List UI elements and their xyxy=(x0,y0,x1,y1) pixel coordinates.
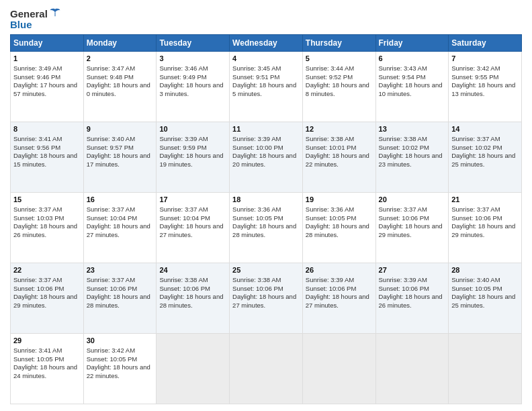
calendar-week-row: 29Sunrise: 3:41 AMSunset: 10:05 PMDaylig… xyxy=(11,334,522,404)
daylight-text: Daylight: 18 hours and 27 minutes. xyxy=(306,293,369,309)
day-number: 5 xyxy=(306,54,373,64)
day-number: 13 xyxy=(379,124,446,134)
sunrise-text: Sunrise: 3:46 AM xyxy=(159,64,208,72)
daylight-text: Daylight: 18 hours and 23 minutes. xyxy=(379,152,443,168)
calendar-cell: 28Sunrise: 3:40 AMSunset: 10:05 PMDaylig… xyxy=(449,263,522,334)
sunrise-text: Sunrise: 3:38 AM xyxy=(306,135,354,142)
sunset-text: Sunset: 10:02 PM xyxy=(379,144,430,151)
sunset-text: Sunset: 10:04 PM xyxy=(159,214,210,222)
calendar-cell: 8Sunrise: 3:41 AMSunset: 9:56 PMDaylight… xyxy=(11,122,84,193)
sunrise-text: Sunrise: 3:42 AM xyxy=(87,347,135,354)
day-header-saturday: Saturday xyxy=(449,35,522,52)
day-number: 21 xyxy=(451,195,519,205)
daylight-text: Daylight: 18 hours and 19 minutes. xyxy=(159,152,223,168)
day-number: 8 xyxy=(13,124,81,134)
sunrise-text: Sunrise: 3:37 AM xyxy=(13,205,62,213)
day-header-thursday: Thursday xyxy=(302,35,375,52)
day-number: 11 xyxy=(232,124,300,134)
sunset-text: Sunset: 10:03 PM xyxy=(13,214,64,222)
sunset-text: Sunset: 9:54 PM xyxy=(379,73,426,81)
daylight-text: Daylight: 18 hours and 22 minutes. xyxy=(306,152,369,168)
day-number: 24 xyxy=(159,265,226,275)
sunrise-text: Sunrise: 3:37 AM xyxy=(87,205,135,213)
calendar-cell: 5Sunrise: 3:44 AMSunset: 9:52 PMDaylight… xyxy=(302,52,375,122)
sunset-text: Sunset: 10:06 PM xyxy=(87,285,138,292)
sunset-text: Sunset: 10:05 PM xyxy=(87,355,138,363)
day-number: 12 xyxy=(306,124,373,134)
daylight-text: Daylight: 18 hours and 29 minutes. xyxy=(379,222,443,238)
calendar-cell: 15Sunrise: 3:37 AMSunset: 10:03 PMDaylig… xyxy=(11,193,84,263)
day-number: 26 xyxy=(306,265,373,275)
daylight-text: Daylight: 18 hours and 10 minutes. xyxy=(379,81,443,97)
day-header-monday: Monday xyxy=(83,35,157,52)
sunset-text: Sunset: 9:56 PM xyxy=(13,144,60,151)
day-number: 4 xyxy=(232,54,300,64)
calendar-cell: 11Sunrise: 3:39 AMSunset: 10:00 PMDaylig… xyxy=(230,122,303,193)
daylight-text: Daylight: 18 hours and 25 minutes. xyxy=(451,293,515,309)
logo-bird-icon xyxy=(49,7,61,19)
daylight-text: Daylight: 18 hours and 22 minutes. xyxy=(87,363,150,379)
sunrise-text: Sunrise: 3:38 AM xyxy=(232,276,281,283)
day-number: 27 xyxy=(379,265,446,275)
sunrise-text: Sunrise: 3:38 AM xyxy=(159,276,208,283)
day-number: 1 xyxy=(13,54,81,64)
day-header-friday: Friday xyxy=(375,35,449,52)
sunrise-text: Sunrise: 3:49 AM xyxy=(13,64,62,72)
day-header-wednesday: Wednesday xyxy=(230,35,303,52)
calendar-cell: 1Sunrise: 3:49 AMSunset: 9:46 PMDaylight… xyxy=(11,52,84,122)
sunrise-text: Sunrise: 3:37 AM xyxy=(13,276,62,283)
calendar-header-row: SundayMondayTuesdayWednesdayThursdayFrid… xyxy=(11,35,522,52)
calendar-cell: 10Sunrise: 3:39 AMSunset: 9:59 PMDayligh… xyxy=(157,122,230,193)
daylight-text: Daylight: 18 hours and 15 minutes. xyxy=(13,152,77,168)
day-number: 25 xyxy=(232,265,300,275)
calendar-cell: 26Sunrise: 3:39 AMSunset: 10:06 PMDaylig… xyxy=(302,263,375,334)
calendar-cell: 6Sunrise: 3:43 AMSunset: 9:54 PMDaylight… xyxy=(375,52,449,122)
day-header-tuesday: Tuesday xyxy=(157,35,230,52)
daylight-text: Daylight: 18 hours and 3 minutes. xyxy=(159,81,223,97)
sunrise-text: Sunrise: 3:36 AM xyxy=(232,205,281,213)
daylight-text: Daylight: 18 hours and 8 minutes. xyxy=(306,81,369,97)
sunrise-text: Sunrise: 3:47 AM xyxy=(87,64,135,72)
sunset-text: Sunset: 10:05 PM xyxy=(232,214,283,222)
sunset-text: Sunset: 10:05 PM xyxy=(13,355,64,363)
calendar-cell: 19Sunrise: 3:36 AMSunset: 10:05 PMDaylig… xyxy=(302,193,375,263)
sunrise-text: Sunrise: 3:40 AM xyxy=(451,276,500,283)
day-number: 9 xyxy=(87,124,154,134)
calendar-cell: 18Sunrise: 3:36 AMSunset: 10:05 PMDaylig… xyxy=(230,193,303,263)
daylight-text: Daylight: 18 hours and 26 minutes. xyxy=(379,293,443,309)
daylight-text: Daylight: 18 hours and 27 minutes. xyxy=(232,293,296,309)
sunrise-text: Sunrise: 3:39 AM xyxy=(159,135,208,142)
sunset-text: Sunset: 10:05 PM xyxy=(451,285,502,292)
daylight-text: Daylight: 18 hours and 28 minutes. xyxy=(306,222,369,238)
calendar-week-row: 22Sunrise: 3:37 AMSunset: 10:06 PMDaylig… xyxy=(11,263,522,334)
sunrise-text: Sunrise: 3:41 AM xyxy=(13,347,62,354)
sunrise-text: Sunrise: 3:41 AM xyxy=(13,135,62,142)
sunrise-text: Sunrise: 3:36 AM xyxy=(306,205,354,213)
calendar-cell: 20Sunrise: 3:37 AMSunset: 10:06 PMDaylig… xyxy=(375,193,449,263)
calendar-cell: 27Sunrise: 3:39 AMSunset: 10:06 PMDaylig… xyxy=(375,263,449,334)
daylight-text: Daylight: 18 hours and 29 minutes. xyxy=(451,222,515,238)
page: General Blue SundayMondayTuesdayWednesda… xyxy=(0,0,532,411)
calendar-cell: 7Sunrise: 3:42 AMSunset: 9:55 PMDaylight… xyxy=(449,52,522,122)
sunset-text: Sunset: 10:06 PM xyxy=(159,285,210,292)
sunrise-text: Sunrise: 3:39 AM xyxy=(306,276,354,283)
sunrise-text: Sunrise: 3:37 AM xyxy=(451,205,500,213)
calendar-cell: 29Sunrise: 3:41 AMSunset: 10:05 PMDaylig… xyxy=(11,334,84,404)
calendar-cell: 23Sunrise: 3:37 AMSunset: 10:06 PMDaylig… xyxy=(83,263,157,334)
day-number: 28 xyxy=(451,265,519,275)
sunset-text: Sunset: 10:06 PM xyxy=(379,285,430,292)
calendar-cell: 13Sunrise: 3:38 AMSunset: 10:02 PMDaylig… xyxy=(375,122,449,193)
day-number: 7 xyxy=(451,54,519,64)
sunset-text: Sunset: 10:06 PM xyxy=(13,285,64,292)
calendar-week-row: 8Sunrise: 3:41 AMSunset: 9:56 PMDaylight… xyxy=(11,122,522,193)
sunrise-text: Sunrise: 3:39 AM xyxy=(379,276,427,283)
daylight-text: Daylight: 18 hours and 27 minutes. xyxy=(87,222,150,238)
sunset-text: Sunset: 9:59 PM xyxy=(159,144,206,151)
day-number: 10 xyxy=(159,124,226,134)
calendar-cell: 30Sunrise: 3:42 AMSunset: 10:05 PMDaylig… xyxy=(83,334,157,404)
header: General Blue xyxy=(10,7,522,30)
daylight-text: Daylight: 18 hours and 13 minutes. xyxy=(451,81,515,97)
sunset-text: Sunset: 10:02 PM xyxy=(451,144,502,151)
daylight-text: Daylight: 18 hours and 17 minutes. xyxy=(87,152,150,168)
calendar-table: SundayMondayTuesdayWednesdayThursdayFrid… xyxy=(10,34,522,404)
